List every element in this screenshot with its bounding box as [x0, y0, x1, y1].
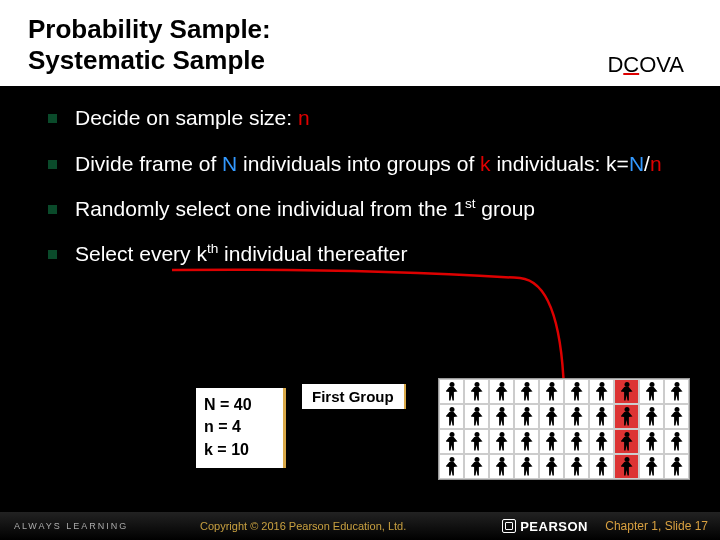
bullet-icon	[48, 160, 57, 169]
person-cell	[539, 454, 564, 479]
person-icon	[495, 457, 509, 477]
copyright-text: Copyright © 2016 Pearson Education, Ltd.	[200, 520, 406, 532]
bullet-icon	[48, 250, 57, 259]
person-cell	[514, 404, 539, 429]
person-cell	[464, 404, 489, 429]
person-icon	[570, 457, 584, 477]
person-icon	[570, 407, 584, 427]
b3-sup: st	[465, 196, 476, 211]
bullet-3-text: Randomly select one individual from the …	[75, 195, 680, 222]
person-icon	[470, 432, 484, 452]
person-cell	[539, 404, 564, 429]
person-icon	[545, 457, 559, 477]
person-cell	[639, 379, 664, 404]
b4-b: individual thereafter	[218, 242, 407, 265]
slide-number: Chapter 1, Slide 17	[605, 519, 708, 533]
person-icon	[645, 407, 659, 427]
bullet-icon	[48, 205, 57, 214]
person-cell	[489, 404, 514, 429]
person-cell	[639, 404, 664, 429]
b4-a: Select every k	[75, 242, 207, 265]
title-line-1: Probability Sample:	[28, 14, 271, 44]
person-cell	[439, 404, 464, 429]
dcova-label: DCOVA	[607, 52, 684, 78]
person-icon	[645, 432, 659, 452]
b2-b: individuals into groups of	[237, 152, 480, 175]
person-icon	[570, 432, 584, 452]
person-cell	[439, 379, 464, 404]
b2-N2: N	[629, 152, 644, 175]
person-cell	[589, 404, 614, 429]
person-cell	[514, 379, 539, 404]
footer-bar: ALWAYS LEARNING Copyright © 2016 Pearson…	[0, 512, 720, 540]
person-icon	[445, 432, 459, 452]
person-cell	[439, 429, 464, 454]
person-cell	[564, 454, 589, 479]
b2-k: k	[480, 152, 491, 175]
person-icon	[620, 382, 634, 402]
param-k: k = 10	[204, 439, 275, 461]
bullet-4-text: Select every kth individual thereafter	[75, 240, 680, 267]
person-icon	[495, 407, 509, 427]
content-area: Decide on sample size: n Divide frame of…	[0, 86, 720, 267]
always-learning: ALWAYS LEARNING	[14, 521, 128, 531]
person-icon	[445, 407, 459, 427]
pearson-brand: PEARSON	[502, 519, 588, 534]
bullet-icon	[48, 114, 57, 123]
b2-a: Divide frame of	[75, 152, 222, 175]
person-icon	[520, 407, 534, 427]
person-icon	[620, 432, 634, 452]
b2-n: n	[650, 152, 662, 175]
slide-header: Probability Sample: Systematic Sample DC…	[0, 0, 720, 86]
person-icon	[595, 457, 609, 477]
person-icon	[520, 382, 534, 402]
person-cell	[664, 404, 689, 429]
param-N: N = 40	[204, 394, 275, 416]
b3-a: Randomly select one individual from the …	[75, 197, 465, 220]
person-cell	[589, 379, 614, 404]
person-icon	[670, 407, 684, 427]
b1-n: n	[298, 106, 310, 129]
person-cell	[564, 429, 589, 454]
bullet-2: Divide frame of N individuals into group…	[48, 150, 680, 177]
person-icon	[520, 457, 534, 477]
person-cell	[639, 429, 664, 454]
person-icon	[470, 382, 484, 402]
bullet-1: Decide on sample size: n	[48, 104, 680, 131]
title-line-2: Systematic Sample	[28, 45, 265, 75]
person-cell	[589, 454, 614, 479]
b1-text: Decide on sample size:	[75, 106, 298, 129]
person-cell	[589, 429, 614, 454]
person-cell	[614, 379, 639, 404]
person-icon	[545, 382, 559, 402]
person-cell	[539, 429, 564, 454]
person-cell	[614, 454, 639, 479]
person-icon	[595, 432, 609, 452]
first-group-label: First Group	[302, 384, 406, 409]
diagram-area: N = 40 n = 4 k = 10 First Group	[0, 370, 720, 510]
person-cell	[464, 379, 489, 404]
person-cell	[439, 454, 464, 479]
slide-title: Probability Sample: Systematic Sample	[28, 14, 692, 76]
bullet-4: Select every kth individual thereafter	[48, 240, 680, 267]
dcova-c: C	[623, 52, 639, 77]
b2-N: N	[222, 152, 237, 175]
person-icon	[670, 382, 684, 402]
person-icon	[620, 457, 634, 477]
person-icon	[495, 382, 509, 402]
person-cell	[539, 379, 564, 404]
pearson-text: PEARSON	[520, 519, 588, 534]
person-icon	[620, 407, 634, 427]
person-cell	[664, 429, 689, 454]
person-cell	[564, 404, 589, 429]
person-cell	[664, 454, 689, 479]
person-icon	[445, 457, 459, 477]
person-icon	[570, 382, 584, 402]
person-icon	[645, 382, 659, 402]
person-icon	[470, 457, 484, 477]
person-icon	[670, 457, 684, 477]
person-cell	[664, 379, 689, 404]
person-cell	[514, 429, 539, 454]
person-cell	[489, 454, 514, 479]
person-cell	[639, 454, 664, 479]
